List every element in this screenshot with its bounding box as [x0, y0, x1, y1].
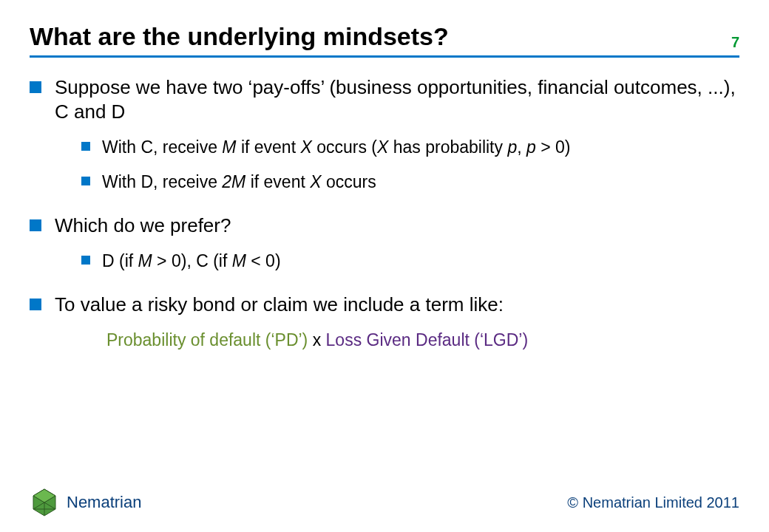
bullet-1-sub-2: With D, receive 2M if event X occurs	[81, 171, 739, 193]
b1s2-text2: if event	[245, 172, 310, 191]
page-number: 7	[731, 34, 739, 55]
b1s1-text4: has probability	[388, 137, 507, 157]
b1s1-text2: if event	[237, 137, 301, 157]
page-title: What are the underlying mindsets?	[30, 22, 449, 55]
bullet-1: Suppose we have two ‘pay-offs’ (business…	[30, 75, 739, 193]
b2s1-text: D (if	[102, 251, 138, 270]
var-2M: 2M	[222, 172, 245, 191]
brand-left: Nematrian	[30, 488, 141, 517]
formula-pd: Probability of default (‘PD’)	[106, 330, 308, 349]
var-X: X	[300, 137, 311, 157]
formula-times: x	[308, 330, 325, 349]
b1s2-text3: occurs	[322, 172, 376, 191]
b1s1-text: With C, receive	[102, 137, 222, 157]
logo-icon	[30, 488, 59, 517]
footer: Nematrian © Nematrian Limited 2011	[0, 488, 769, 517]
b1s1-text6: > 0)	[536, 137, 571, 157]
var-X-3: X	[310, 172, 321, 191]
bullet-1-sub-1: With C, receive M if event X occurs (X h…	[81, 137, 739, 158]
copyright-text: © Nematrian Limited 2011	[567, 494, 739, 511]
bullet-1-sublist: With C, receive M if event X occurs (X h…	[81, 137, 739, 193]
bullet-1-text: Suppose we have two ‘pay-offs’ (business…	[55, 76, 736, 123]
b1s2-text: With D, receive	[102, 172, 222, 191]
slide: What are the underlying mindsets? 7 Supp…	[0, 0, 769, 532]
var-M-3: M	[232, 251, 246, 270]
brand-name: Nematrian	[67, 493, 141, 512]
bullet-2-sub-1: D (if M > 0), C (if M < 0)	[81, 250, 739, 272]
header-row: What are the underlying mindsets? 7	[30, 22, 739, 55]
bullet-2-text: Which do we prefer?	[55, 214, 231, 236]
b2s1-text3: < 0)	[246, 251, 281, 270]
var-p: p	[507, 137, 517, 157]
formula-lgd: Loss Given Default (‘LGD’)	[326, 330, 529, 349]
bullet-3-text: To value a risky bond or claim we includ…	[55, 293, 504, 316]
bullet-3: To value a risky bond or claim we includ…	[30, 293, 739, 351]
slide-body: Suppose we have two ‘pay-offs’ (business…	[30, 75, 739, 351]
bullet-2: Which do we prefer? D (if M > 0), C (if …	[30, 214, 739, 272]
bullet-2-sublist: D (if M > 0), C (if M < 0)	[81, 250, 739, 272]
bullet-list: Suppose we have two ‘pay-offs’ (business…	[30, 75, 739, 351]
var-M-2: M	[138, 251, 152, 270]
var-X-2: X	[377, 137, 388, 157]
b1s1-text5: ,	[517, 137, 526, 157]
var-M: M	[222, 137, 236, 157]
var-p-2: p	[526, 137, 536, 157]
b2s1-text2: > 0), C (if	[152, 251, 232, 270]
formula-line: Probability of default (‘PD’) x Loss Giv…	[106, 330, 739, 351]
b1s1-text3: occurs (	[312, 137, 377, 157]
title-underline	[30, 55, 739, 58]
